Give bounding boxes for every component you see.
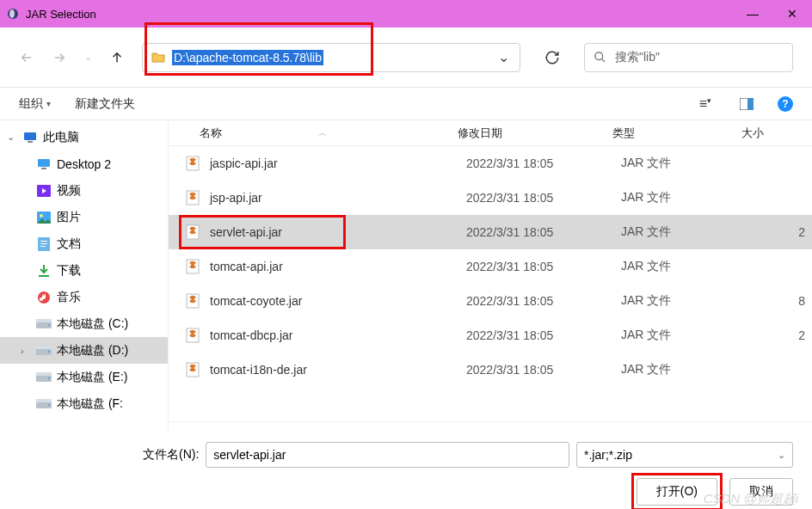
document-icon — [36, 237, 52, 251]
jar-file-icon — [184, 327, 201, 344]
file-row[interactable]: tomcat-api.jar2022/3/31 18:05JAR 文件 — [169, 249, 812, 284]
file-row[interactable]: jaspic-api.jar2022/3/31 18:05JAR 文件 — [169, 146, 812, 181]
back-button[interactable] — [19, 50, 34, 65]
svg-rect-14 — [40, 243, 47, 244]
filter-select[interactable]: *.jar;*.zip ⌄ — [576, 442, 793, 468]
col-name[interactable]: 名称 — [200, 126, 222, 141]
chevron-down-icon: ⌄ — [7, 132, 17, 143]
scrollbar-horizontal[interactable] — [169, 421, 812, 430]
path-text: D:\apache-tomcat-8.5.78\lib — [172, 50, 323, 65]
svg-point-2 — [595, 52, 603, 60]
path-dropdown-icon[interactable]: ⌄ — [498, 49, 509, 65]
svg-rect-16 — [39, 275, 49, 277]
svg-rect-4 — [747, 98, 754, 110]
svg-rect-22 — [36, 346, 52, 349]
col-type[interactable]: 类型 — [612, 126, 741, 141]
titlebar: JAR Selection — ✕ — [0, 0, 812, 28]
drive-icon — [36, 372, 52, 383]
col-size[interactable]: 大小 — [741, 126, 812, 141]
svg-rect-25 — [36, 372, 52, 376]
forward-button[interactable] — [52, 50, 67, 65]
jar-file-icon — [184, 292, 201, 310]
jar-file-icon — [184, 361, 201, 378]
desktop-icon — [36, 158, 52, 170]
filename-label: 文件名(N): — [143, 447, 199, 463]
minimize-button[interactable]: — — [733, 0, 772, 28]
svg-point-29 — [48, 404, 50, 406]
drive-icon — [36, 346, 52, 356]
svg-point-23 — [48, 351, 50, 353]
close-button[interactable]: ✕ — [772, 0, 812, 28]
svg-point-1 — [9, 9, 15, 18]
file-list: 名称︿ 修改日期 类型 大小 jaspic-api.jar2022/3/31 1… — [169, 120, 812, 430]
recent-button[interactable]: ⌄ — [84, 52, 92, 63]
sidebar-item-5[interactable]: ›音乐 — [0, 284, 168, 310]
sidebar-item-6[interactable]: ›本地磁盘 (C:) — [0, 310, 168, 337]
jar-file-icon — [184, 155, 201, 172]
svg-point-20 — [48, 324, 50, 326]
video-icon — [36, 185, 52, 197]
sidebar-item-8[interactable]: ›本地磁盘 (E:) — [0, 364, 168, 390]
sidebar-item-2[interactable]: ›图片 — [0, 204, 168, 230]
cancel-button[interactable]: 取消 — [729, 478, 793, 506]
svg-point-11 — [40, 214, 43, 218]
toolbar: 组织▾ 新建文件夹 ≡ ▾ ? — [0, 88, 812, 120]
file-row[interactable]: servlet-api.jar2022/3/31 18:05JAR 文件2 — [169, 215, 812, 249]
jar-file-icon — [184, 224, 201, 241]
drive-icon — [36, 319, 52, 329]
file-row[interactable]: tomcat-i18n-de.jar2022/3/31 18:05JAR 文件 — [169, 353, 812, 387]
file-row[interactable]: jsp-api.jar2022/3/31 18:05JAR 文件 — [169, 181, 812, 215]
svg-rect-6 — [28, 141, 33, 143]
search-icon — [594, 51, 606, 64]
svg-rect-8 — [41, 168, 46, 169]
path-input[interactable]: D:\apache-tomcat-8.5.78\lib ⌄ — [142, 43, 520, 72]
sidebar-item-0[interactable]: ›Desktop 2 — [0, 150, 168, 177]
window-title: JAR Selection — [26, 8, 96, 21]
col-date[interactable]: 修改日期 — [458, 126, 612, 141]
column-headers[interactable]: 名称︿ 修改日期 类型 大小 — [169, 120, 812, 146]
download-icon — [36, 264, 52, 278]
sidebar-item-1[interactable]: ›视频 — [0, 177, 168, 204]
svg-rect-7 — [38, 159, 50, 167]
music-icon — [36, 291, 52, 304]
file-row[interactable]: tomcat-dbcp.jar2022/3/31 18:05JAR 文件2 — [169, 318, 812, 353]
sidebar-item-4[interactable]: ›下载 — [0, 257, 168, 284]
organize-menu[interactable]: 组织▾ — [19, 96, 51, 112]
search-placeholder: 搜索"lib" — [615, 50, 660, 65]
chevron-right-icon: › — [21, 346, 31, 356]
view-list-button[interactable]: ≡ ▾ — [695, 96, 716, 112]
refresh-button[interactable] — [538, 50, 567, 65]
sidebar-item-9[interactable]: ›本地磁盘 (F: — [0, 390, 168, 417]
sidebar-item-3[interactable]: ›文档 — [0, 230, 168, 257]
filename-input[interactable] — [206, 442, 569, 468]
open-button[interactable]: 打开(O) — [637, 478, 717, 506]
chevron-down-icon: ⌄ — [778, 450, 785, 461]
eclipse-icon — [5, 6, 21, 21]
svg-rect-19 — [36, 319, 52, 322]
picture-icon — [36, 212, 52, 224]
svg-rect-28 — [36, 399, 52, 402]
svg-rect-15 — [40, 246, 46, 247]
monitor-icon — [22, 132, 38, 144]
sidebar-item-7[interactable]: ›本地磁盘 (D:) — [0, 337, 168, 364]
svg-rect-13 — [40, 241, 47, 242]
drive-icon — [36, 399, 52, 409]
search-input[interactable]: 搜索"lib" — [584, 43, 793, 72]
sidebar: ⌄ 此电脑 ›Desktop 2›视频›图片›文档›下载›音乐›本地磁盘 (C:… — [0, 120, 169, 430]
jar-file-icon — [184, 189, 201, 206]
nav-bar: ⌄ D:\apache-tomcat-8.5.78\lib ⌄ 搜索"lib" — [0, 28, 812, 88]
up-button[interactable] — [109, 50, 125, 65]
preview-pane-button[interactable] — [736, 98, 757, 110]
jar-file-icon — [184, 258, 201, 275]
file-row[interactable]: tomcat-coyote.jar2022/3/31 18:05JAR 文件8 — [169, 284, 812, 318]
svg-rect-5 — [24, 132, 36, 140]
svg-point-26 — [48, 377, 50, 379]
help-button[interactable]: ? — [778, 96, 793, 112]
folder-icon — [151, 52, 165, 64]
sort-icon: ︿ — [318, 127, 327, 139]
sidebar-root-thispc[interactable]: ⌄ 此电脑 — [0, 124, 168, 150]
footer: 文件名(N): *.jar;*.zip ⌄ 打开(O) 取消 — [0, 430, 812, 509]
new-folder-button[interactable]: 新建文件夹 — [75, 96, 135, 112]
